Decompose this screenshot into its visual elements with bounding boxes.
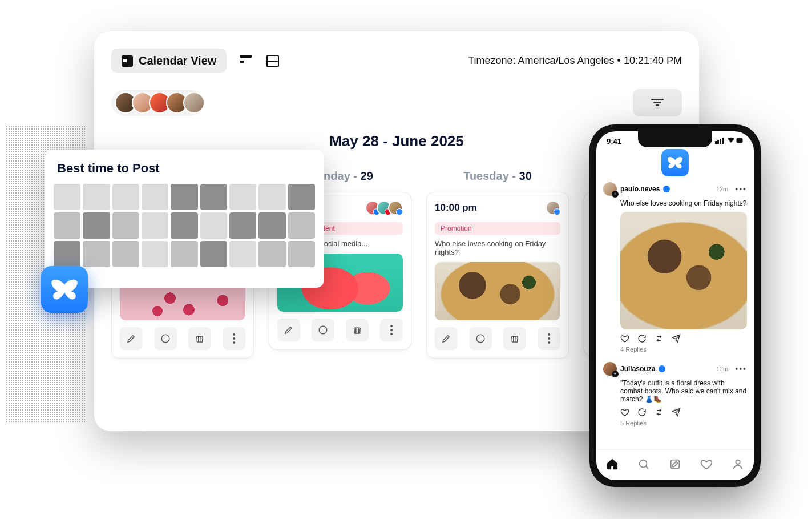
follow-plus-icon[interactable]: + — [612, 191, 619, 198]
phone-notch — [638, 131, 712, 147]
edit-button[interactable] — [277, 319, 300, 341]
post-text: "Today's outfit is a floral dress with c… — [620, 379, 747, 403]
reply-button[interactable] — [637, 408, 647, 419]
more-button[interactable] — [380, 319, 403, 341]
post-card[interactable]: 10:00 pm Promotion Who else loves cookin… — [426, 192, 569, 359]
svg-point-2 — [476, 335, 484, 343]
channel-avatar — [546, 200, 560, 215]
post-time: 12m — [716, 186, 728, 192]
butterfly-icon — [50, 279, 79, 300]
view-grid-button[interactable] — [266, 55, 279, 67]
card-tag: Promotion — [435, 222, 560, 235]
more-button[interactable] — [223, 327, 245, 350]
post-menu-button[interactable]: ••• — [735, 184, 747, 194]
svg-rect-7 — [737, 138, 742, 143]
svg-rect-6 — [722, 138, 724, 144]
view-list-button[interactable] — [240, 55, 253, 67]
repost-button[interactable] — [655, 408, 664, 419]
svg-point-10 — [736, 460, 740, 464]
phone-tabbar — [596, 449, 754, 480]
card-text: Who else loves cooking on Friday nights? — [435, 239, 560, 256]
post-avatar[interactable]: + — [603, 182, 617, 196]
best-time-heatmap — [54, 184, 315, 267]
feed[interactable]: + paulo.neves 12m ••• Who else loves coo… — [596, 182, 754, 427]
day-number: 30 — [519, 170, 532, 182]
delete-button[interactable] — [346, 319, 369, 341]
post-time: 12m — [716, 365, 728, 372]
svg-rect-4 — [717, 140, 719, 144]
day-name: Tuesday - — [463, 170, 519, 182]
feed-post[interactable]: + Juliasouza 12m ••• "Today's outfit is … — [603, 362, 747, 427]
edit-button[interactable] — [435, 327, 458, 350]
account-avatar-group[interactable] — [111, 90, 204, 116]
feed-post[interactable]: + paulo.neves 12m ••• Who else loves coo… — [603, 182, 747, 353]
tab-profile[interactable] — [732, 458, 744, 473]
comment-button[interactable] — [154, 327, 177, 350]
comment-button[interactable] — [469, 327, 492, 350]
verified-icon — [663, 186, 670, 192]
delete-button[interactable] — [503, 327, 526, 350]
svg-rect-5 — [720, 139, 721, 144]
post-avatar[interactable]: + — [603, 362, 617, 376]
comment-button[interactable] — [312, 319, 334, 341]
repost-button[interactable] — [655, 334, 664, 345]
view-label: Calendar View — [139, 54, 216, 67]
more-button[interactable] — [538, 327, 560, 350]
card-channel-avatars — [369, 200, 403, 215]
post-text: Who else loves cooking on Friday nights? — [620, 199, 747, 207]
day-header: Tuesday - 30 — [426, 170, 569, 183]
card-actions — [120, 327, 245, 350]
card-actions — [435, 327, 560, 350]
filter-icon — [651, 99, 664, 107]
day-column-tuesday: Tuesday - 30 10:00 pm Promotion Who else… — [426, 170, 569, 359]
tab-home[interactable] — [606, 458, 619, 473]
app-icon — [661, 149, 689, 176]
post-replies[interactable]: 5 Replies — [620, 420, 747, 427]
channel-avatar — [388, 200, 403, 215]
bluesky-badge — [41, 266, 88, 313]
svg-point-0 — [161, 335, 169, 343]
day-number: 29 — [361, 170, 373, 182]
best-time-panel: Best time to Post — [45, 150, 324, 288]
post-actions — [620, 408, 747, 419]
card-channel-avatars — [549, 200, 560, 215]
filter-button[interactable] — [633, 89, 682, 116]
timezone-label: Timezone: America/Los Angeles • 10:21:40… — [468, 55, 682, 67]
reply-button[interactable] — [637, 334, 647, 345]
post-replies[interactable]: 4 Replies — [620, 346, 747, 353]
svg-rect-3 — [715, 141, 717, 144]
calendar-icon — [122, 55, 133, 67]
post-menu-button[interactable]: ••• — [735, 364, 747, 373]
share-button[interactable] — [672, 334, 681, 345]
like-button[interactable] — [620, 334, 629, 345]
tab-search[interactable] — [637, 458, 650, 473]
best-time-title: Best time to Post — [57, 161, 315, 176]
follow-plus-icon[interactable]: + — [612, 371, 619, 377]
share-button[interactable] — [672, 408, 681, 419]
card-time: 10:00 pm — [435, 202, 477, 214]
post-actions — [620, 334, 747, 345]
tab-compose[interactable] — [669, 458, 681, 473]
view-calendar-button[interactable]: Calendar View — [111, 49, 227, 73]
avatar[interactable] — [183, 92, 205, 114]
post-image[interactable] — [620, 212, 747, 329]
phone-time: 9:41 — [607, 137, 621, 146]
post-username[interactable]: paulo.neves — [620, 185, 660, 193]
svg-point-1 — [319, 326, 327, 334]
verified-icon — [659, 365, 665, 372]
phone-screen: 9:41 + paulo.neves 12m ••• Who else love… — [596, 131, 754, 480]
svg-point-8 — [639, 460, 647, 467]
tab-likes[interactable] — [700, 458, 713, 473]
like-button[interactable] — [620, 408, 629, 419]
phone-mock: 9:41 + paulo.neves 12m ••• Who else love… — [589, 124, 761, 487]
phone-status-icons — [715, 137, 744, 146]
card-actions — [277, 319, 403, 341]
edit-button[interactable] — [120, 327, 143, 350]
account-row — [111, 89, 682, 116]
toolbar: Calendar View Timezone: America/Los Ange… — [111, 49, 682, 73]
card-thumbnail — [435, 262, 560, 320]
delete-button[interactable] — [188, 327, 211, 350]
post-username[interactable]: Juliasouza — [620, 365, 655, 373]
